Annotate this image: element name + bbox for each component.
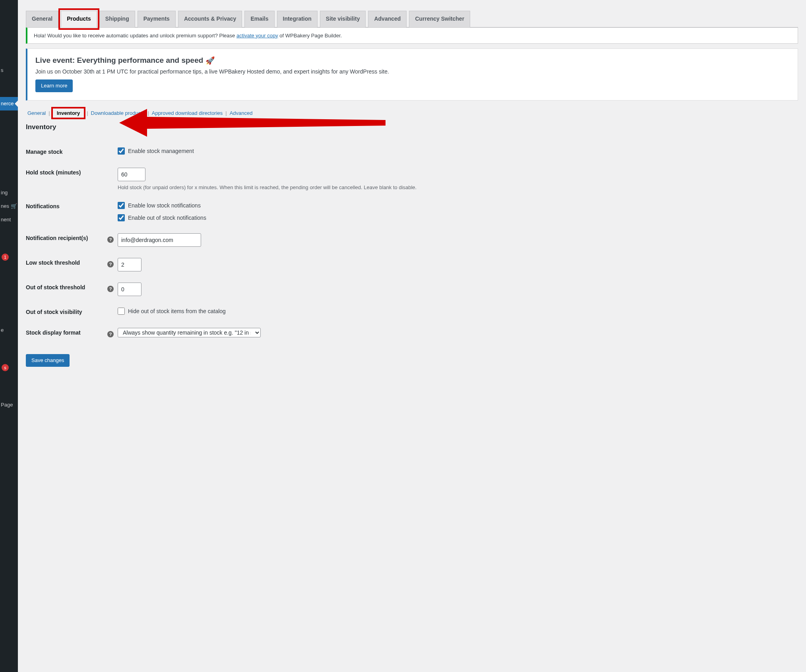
rocket-icon: 🚀 — [205, 56, 215, 65]
label-visibility: Out of stock visibility — [26, 302, 107, 322]
sidebar-item-6[interactable]: e — [0, 323, 18, 337]
sidebar-badge-updates: 1 — [2, 254, 9, 261]
tab-visibility[interactable]: Site visibility — [320, 11, 366, 27]
low-stock-notify-checkbox[interactable] — [118, 202, 125, 209]
event-title: Live event: Everything performance and s… — [35, 56, 790, 65]
help-icon[interactable]: ? — [107, 331, 114, 337]
subtab-advanced[interactable]: Advanced — [228, 110, 254, 116]
learn-more-button[interactable]: Learn more — [35, 79, 73, 92]
low-threshold-input[interactable] — [118, 258, 141, 271]
out-stock-notify-label: Enable out of stock notifications — [128, 214, 206, 222]
event-title-text: Live event: Everything performance and s… — [35, 56, 203, 65]
sidebar-item-4[interactable]: nent — [0, 213, 18, 227]
subtab-approved-dirs[interactable]: Approved download directories — [150, 110, 225, 116]
tab-payments[interactable]: Payments — [138, 11, 176, 27]
stock-display-select[interactable]: Always show quantity remaining in stock … — [118, 328, 261, 337]
tab-shipping[interactable]: Shipping — [99, 11, 135, 27]
section-title-inventory: Inventory — [26, 123, 798, 131]
tab-integration[interactable]: Integration — [277, 11, 318, 27]
tab-general[interactable]: General — [26, 11, 58, 27]
tab-currency[interactable]: Currency Switcher — [409, 11, 470, 27]
label-low-threshold: Low stock threshold — [26, 252, 107, 277]
help-icon[interactable]: ? — [107, 236, 114, 243]
sidebar-item-0[interactable]: s — [0, 64, 18, 77]
low-stock-notify-label: Enable low stock notifications — [128, 201, 201, 210]
label-manage-stock: Manage stock — [26, 141, 107, 162]
tab-products[interactable]: Products — [61, 11, 97, 27]
label-display-format: Stock display format — [26, 322, 107, 343]
label-hold-stock: Hold stock (minutes) — [26, 162, 107, 196]
sidebar-item-7[interactable]: s — [0, 361, 18, 374]
subtab-inventory-wrapper: Inventory — [51, 107, 86, 119]
inventory-settings-form: Manage stock Enable stock management Hol… — [26, 141, 420, 343]
out-threshold-input[interactable] — [118, 283, 141, 296]
sidebar-item-2[interactable]: ing — [0, 186, 18, 199]
label-out-threshold: Out of stock threshold — [26, 277, 107, 302]
event-body: Join us on October 30th at 1 PM UTC for … — [35, 68, 790, 75]
products-subtabs: General | Inventory | Downloadable produ… — [26, 107, 798, 119]
save-changes-button[interactable]: Save changes — [26, 354, 70, 367]
live-event-notice: Live event: Everything performance and s… — [26, 48, 798, 101]
subtab-inventory[interactable]: Inventory — [55, 110, 82, 116]
main-content: General Products Shipping Payments Accou… — [18, 0, 806, 672]
subtab-general[interactable]: General — [26, 110, 47, 116]
hide-out-of-stock-label: Hide out of stock items from the catalog — [128, 307, 226, 316]
activate-copy-link[interactable]: activate your copy — [236, 33, 278, 39]
sidebar-item-8[interactable]: Page — [0, 398, 18, 412]
help-icon[interactable]: ? — [107, 261, 114, 267]
manage-stock-checkbox[interactable] — [118, 147, 125, 155]
hold-stock-help: Hold stock (for unpaid orders) for x min… — [118, 184, 417, 190]
wpbakery-activation-notice: Hola! Would you like to receive automati… — [26, 27, 798, 44]
sidebar-item-5[interactable]: 1 — [0, 250, 18, 264]
tab-advanced[interactable]: Advanced — [368, 11, 407, 27]
admin-sidebar: s nerce ing nes 🛒 nent 1 e s Page — [0, 0, 18, 672]
subtab-downloadable[interactable]: Downloadable products — [89, 110, 147, 116]
tab-accounts[interactable]: Accounts & Privacy — [178, 11, 242, 27]
sidebar-item-3[interactable]: nes 🛒 — [0, 199, 18, 213]
sidebar-item-woocommerce[interactable]: nerce — [0, 97, 18, 110]
hold-stock-input[interactable] — [118, 168, 145, 181]
label-recipient: Notification recipient(s) — [26, 228, 107, 252]
recipient-input[interactable] — [118, 233, 201, 247]
manage-stock-checkbox-label: Enable stock management — [128, 147, 194, 155]
notice-text-before: Hola! Would you like to receive automati… — [34, 33, 236, 39]
help-icon[interactable]: ? — [107, 286, 114, 292]
notice-text-after: of WPBakery Page Builder. — [278, 33, 342, 39]
out-stock-notify-checkbox[interactable] — [118, 214, 125, 221]
settings-tabs: General Products Shipping Payments Accou… — [26, 7, 798, 27]
sidebar-badge-7: s — [2, 364, 9, 371]
label-notifications: Notifications — [26, 196, 107, 228]
hide-out-of-stock-checkbox[interactable] — [118, 308, 125, 315]
tab-emails[interactable]: Emails — [244, 11, 274, 27]
